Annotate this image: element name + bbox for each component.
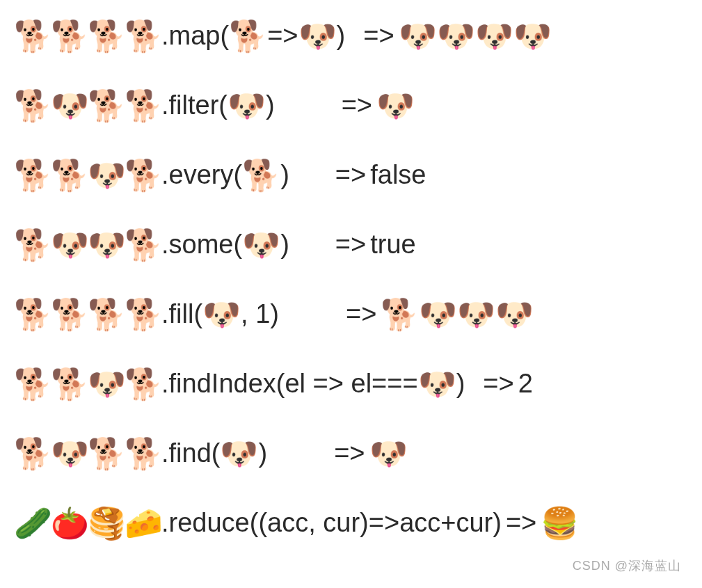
result-value: false	[370, 161, 426, 190]
arrow-text: =>	[479, 370, 518, 399]
dog-icon: 🐕	[14, 438, 51, 469]
method-text: .filter(	[161, 91, 228, 120]
arrow-text: =>	[502, 509, 541, 538]
code-line-3: 🐕🐶🐶🐕.some(🐶) => true	[14, 230, 688, 260]
code-line-5: 🐕🐕🐶🐕.findIndex(el => el===🐶) => 2	[14, 369, 688, 399]
dog-icon: 🐕	[14, 21, 51, 51]
array-literal: 🐕🐶🐕🐕	[14, 438, 161, 469]
args-mid-text: =>	[267, 22, 298, 51]
method-text: .findIndex(el => el===	[161, 370, 418, 399]
dog-icon: 🐕	[125, 160, 161, 191]
dogface-icon: 🐶	[88, 160, 125, 191]
array-literal: 🐕🐕🐶🐕	[14, 160, 161, 191]
arrow-text: =>	[342, 300, 381, 329]
result-value: 🐕🐶🐶🐶	[381, 299, 534, 330]
method-close: )	[270, 300, 279, 329]
dogface-icon: 🐶	[228, 90, 266, 121]
burger-icon: 🍔	[541, 508, 579, 539]
method-close: )	[280, 230, 289, 260]
arrow-text: =>	[330, 439, 369, 468]
dogface-icon: 🐶	[88, 230, 125, 260]
result-text: 2	[518, 370, 533, 399]
result-value: 🐶	[376, 90, 415, 121]
dog-icon: 🐕	[14, 299, 51, 330]
dog-icon: 🐕	[125, 438, 161, 469]
array-literal: 🐕🐕🐕🐕	[14, 299, 161, 330]
dogface-icon: 🐶	[369, 438, 408, 469]
cucumber-icon: 🥒	[14, 508, 51, 539]
method-close: )	[266, 91, 275, 120]
dogface-icon: 🐶	[51, 90, 88, 121]
code-lines-container: 🐕🐕🐕🐕.map(🐕=>🐶) => 🐶🐶🐶🐶🐕🐶🐕🐕.filter(🐶) => …	[14, 21, 688, 539]
dog-icon: 🐕	[14, 90, 51, 121]
code-line-6: 🐕🐶🐕🐕.find(🐶) => 🐶	[14, 438, 688, 469]
dogface-icon: 🐶	[202, 299, 241, 330]
dog-icon: 🐕	[125, 21, 161, 51]
dog-icon: 🐕	[51, 299, 88, 330]
dog-icon: 🐕	[229, 21, 267, 51]
dogface-icon: 🐶	[298, 21, 337, 51]
dog-icon: 🐕	[51, 369, 88, 399]
code-line-1: 🐕🐶🐕🐕.filter(🐶) => 🐶	[14, 90, 688, 121]
arrow-text: =>	[359, 22, 398, 51]
dog-icon: 🐕	[381, 299, 419, 330]
dog-icon: 🐕	[14, 230, 51, 260]
dog-icon: 🐕	[51, 21, 88, 51]
method-text: .find(	[161, 439, 220, 468]
array-literal: 🐕🐕🐶🐕	[14, 369, 161, 399]
watermark-text: CSDN @深海蓝山	[573, 557, 681, 574]
array-literal: 🐕🐕🐕🐕	[14, 21, 161, 51]
method-close: )	[280, 161, 289, 190]
method-close: )	[337, 22, 346, 51]
dog-icon: 🐕	[125, 299, 161, 330]
code-line-7: 🥒🍅🥞🧀.reduce((acc, cur)=>acc+cur) => 🍔	[14, 508, 688, 539]
method-text: .fill(	[161, 300, 202, 329]
method-text: .map(	[161, 22, 229, 51]
dog-icon: 🐕	[88, 299, 125, 330]
dog-icon: 🐕	[14, 160, 51, 191]
code-line-0: 🐕🐕🐕🐕.map(🐕=>🐶) => 🐶🐶🐶🐶	[14, 21, 688, 51]
dogface-icon: 🐶	[88, 369, 125, 399]
dog-icon: 🐕	[14, 369, 51, 399]
dog-icon: 🐕	[242, 160, 280, 191]
dogface-icon: 🐶	[418, 369, 456, 399]
dog-icon: 🐕	[88, 90, 125, 121]
args-mid-text: , 1	[241, 300, 270, 329]
result-value: 🐶🐶🐶🐶	[399, 21, 552, 51]
dog-icon: 🐕	[125, 230, 161, 260]
code-line-4: 🐕🐕🐕🐕.fill(🐶, 1) => 🐕🐶🐶🐶	[14, 299, 688, 330]
array-literal: 🐕🐶🐕🐕	[14, 90, 161, 121]
method-text: .some(	[161, 230, 242, 260]
method-text: .every(	[161, 161, 242, 190]
result-value: 2	[518, 370, 533, 399]
dogface-icon: 🐶	[376, 90, 415, 121]
method-close: )	[456, 370, 465, 399]
dogface-icon: 🐶	[513, 21, 552, 51]
arrow-text: =>	[331, 161, 370, 190]
dog-icon: 🐕	[88, 438, 125, 469]
method-text: .reduce((acc, cur)=>acc+cur)	[161, 509, 502, 538]
tomato-icon: 🍅	[51, 508, 88, 539]
cheese-icon: 🧀	[125, 508, 161, 539]
result-value: 🐶	[369, 438, 408, 469]
result-text: true	[370, 230, 415, 260]
dog-icon: 🐕	[125, 90, 161, 121]
dogface-icon: 🐶	[242, 230, 280, 260]
pancakes-icon: 🥞	[88, 508, 125, 539]
array-literal: 🥒🍅🥞🧀	[14, 508, 161, 539]
dog-icon: 🐕	[88, 21, 125, 51]
arrow-text: =>	[337, 91, 376, 120]
dogface-icon: 🐶	[399, 21, 437, 51]
array-literal: 🐕🐶🐶🐕	[14, 230, 161, 260]
dogface-icon: 🐶	[220, 438, 258, 469]
dogface-icon: 🐶	[495, 299, 534, 330]
dogface-icon: 🐶	[51, 438, 88, 469]
dogface-icon: 🐶	[419, 299, 457, 330]
dogface-icon: 🐶	[437, 21, 475, 51]
dog-icon: 🐕	[125, 369, 161, 399]
dogface-icon: 🐶	[475, 21, 513, 51]
dogface-icon: 🐶	[457, 299, 495, 330]
dogface-icon: 🐶	[51, 230, 88, 260]
method-close: )	[258, 439, 267, 468]
code-line-2: 🐕🐕🐶🐕.every(🐕) => false	[14, 160, 688, 191]
